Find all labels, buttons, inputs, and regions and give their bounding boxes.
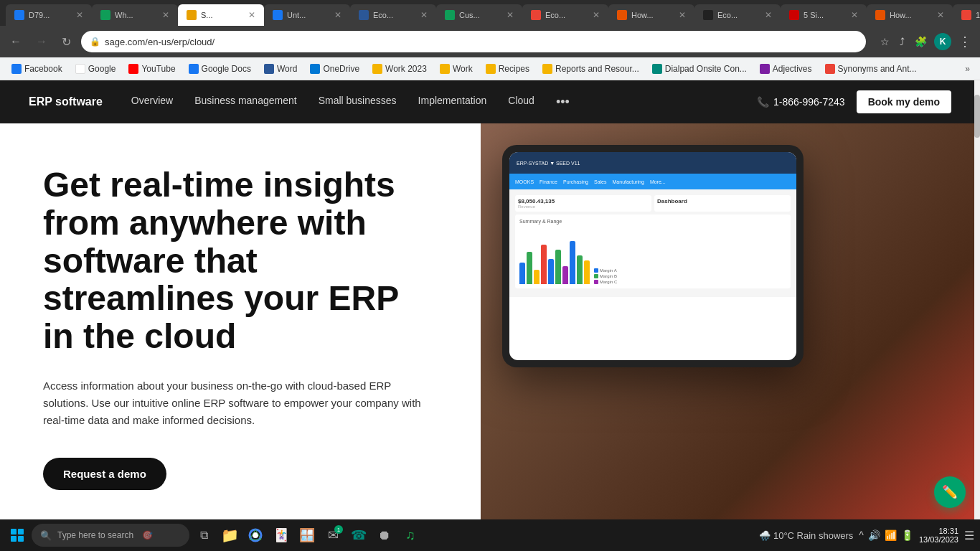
bookmark-youtube[interactable]: YouTube [123, 62, 181, 76]
tab-favicon-1 [14, 10, 24, 20]
request-demo-button[interactable]: Request a demo [43, 458, 166, 490]
tab-6[interactable]: Cus... ✕ [436, 4, 522, 26]
bookmark-facebook[interactable]: Facebook [6, 62, 68, 76]
chrome-button[interactable] [244, 524, 267, 547]
bookmark-work2023-label: Work 2023 [385, 64, 427, 74]
send-button[interactable]: ⤴ [897, 33, 908, 50]
bookmark-dialpad-label: Dialpad Onsite Con... [665, 64, 747, 74]
tab-8[interactable]: How... ✕ [608, 4, 694, 26]
notification-button[interactable]: ☰ [964, 529, 974, 542]
task-view-button[interactable]: ⧉ [192, 524, 215, 547]
forward-button[interactable]: → [32, 32, 52, 51]
clock[interactable]: 18:31 13/03/2023 [919, 527, 958, 544]
tab-close-1[interactable]: ✕ [76, 10, 83, 20]
bookmark-adjectives[interactable]: Adjectives [754, 62, 818, 76]
tab-title-3: S... [201, 11, 244, 19]
tab-close-5[interactable]: ✕ [420, 10, 428, 20]
navigation-bar: ← → ↻ 🔒 sage.com/en-us/erp/cloud/ ☆ ⤴ 🧩 … [0, 26, 980, 57]
bookmark-dialpad[interactable]: Dialpad Onsite Con... [646, 62, 753, 76]
bookmark-reports[interactable]: Reports and Resour... [537, 62, 645, 76]
tab-close-11[interactable]: ✕ [937, 10, 944, 20]
tab-1[interactable]: D79... ✕ [6, 4, 92, 26]
profile-button[interactable]: K [934, 33, 951, 50]
book-demo-button[interactable]: Book my demo [857, 90, 951, 113]
edit-fab[interactable]: ✏️ [934, 476, 966, 508]
bookmark-google-docs[interactable]: Google Docs [183, 62, 257, 76]
bookmark-work[interactable]: Work [434, 62, 479, 76]
nav-link-business[interactable]: Business management [194, 95, 296, 110]
tab-9[interactable]: Eco... ✕ [694, 4, 781, 26]
taskbar-right: 🌧️ 10°C Rain showers ^ 🔊 📶 🔋 18:31 13/03… [759, 527, 974, 544]
tab-favicon-8 [617, 10, 627, 20]
music-button[interactable]: ♫ [399, 524, 422, 547]
phone-number: 1-866-996-7243 [773, 96, 845, 108]
nav-link-small-biz[interactable]: Small businesses [319, 95, 397, 110]
start-button[interactable] [6, 524, 29, 547]
tab-close-7[interactable]: ✕ [593, 10, 600, 20]
tab-10[interactable]: 5 Si... ✕ [781, 4, 867, 26]
battery-icon[interactable]: 🔋 [901, 529, 913, 541]
file-explorer-button[interactable]: 📁 [218, 524, 241, 547]
tab-close-10[interactable]: ✕ [851, 10, 858, 20]
bookmark-onedrive[interactable]: OneDrive [304, 62, 365, 76]
network-icon[interactable]: 📶 [885, 529, 897, 541]
tab-close-3[interactable]: ✕ [248, 10, 255, 20]
reload-button[interactable]: ↻ [57, 32, 75, 52]
tab-title-11: How... [890, 11, 933, 19]
cards-app-button[interactable]: 🃏 [270, 524, 293, 547]
vpn-button[interactable]: ⏺ [373, 524, 396, 547]
phone-button[interactable]: ☎ [347, 524, 370, 547]
bookmark-google[interactable]: Google [70, 62, 122, 76]
tablet-screen: ERP-SYSTAD ▼ SEED V11 MOOKS Finance Purc… [509, 152, 796, 360]
bookmark-word[interactable]: Word [258, 62, 303, 76]
hero-title: Get real-time insights from anywhere wit… [43, 166, 438, 356]
tab-title-4: Unt... [287, 11, 330, 19]
nav-link-cloud[interactable]: Cloud [508, 95, 534, 110]
tab-4[interactable]: Unt... ✕ [264, 4, 350, 26]
store-button[interactable]: 🪟 [296, 524, 319, 547]
more-menu-button[interactable]: ⋮ [956, 31, 974, 52]
tab-title-12: 10 ... [976, 11, 980, 19]
bookmark-recipes[interactable]: Recipes [480, 62, 535, 76]
tab-title-8: How... [631, 11, 674, 19]
tab-12[interactable]: 10 ... ✕ [953, 4, 980, 26]
tab-title-2: Wh... [115, 11, 158, 19]
tab-close-4[interactable]: ✕ [334, 10, 341, 20]
address-bar[interactable]: 🔒 sage.com/en-us/erp/cloud/ [81, 31, 866, 52]
taskbar-search-bar[interactable]: 🔍 Type here to search 🎯 [32, 524, 189, 547]
back-button[interactable]: ← [6, 32, 26, 51]
recipes-icon [486, 64, 496, 74]
tab-close-6[interactable]: ✕ [507, 10, 514, 20]
speaker-icon[interactable]: 🔊 [868, 529, 880, 541]
google-docs-icon [189, 64, 199, 74]
tab-close-2[interactable]: ✕ [162, 10, 169, 20]
tab-close-8[interactable]: ✕ [679, 10, 686, 20]
bookmarks-more-button[interactable]: » [961, 62, 974, 76]
bookmark-google-label: Google [88, 64, 116, 74]
tab-7[interactable]: Eco... ✕ [522, 4, 608, 26]
tab-title-7: Eco... [545, 11, 588, 19]
tab-close-9[interactable]: ✕ [765, 10, 772, 20]
tab-favicon-6 [445, 10, 455, 20]
weather-widget[interactable]: 🌧️ 10°C Rain showers [759, 530, 853, 541]
windows-icon [11, 529, 24, 542]
nav-link-implementation[interactable]: Implementation [418, 95, 487, 110]
scrollbar-thumb[interactable] [974, 95, 980, 138]
bookmarks-bar: Facebook Google YouTube Google Docs Word… [0, 57, 980, 80]
chevron-up-icon[interactable]: ^ [859, 529, 864, 541]
tab-11[interactable]: How... ✕ [867, 4, 953, 26]
tab-2[interactable]: Wh... ✕ [92, 4, 178, 26]
nav-more-button[interactable]: ••• [556, 95, 570, 110]
mail-button[interactable]: ✉ 1 [321, 524, 344, 547]
nav-link-overview[interactable]: Overview [131, 95, 173, 110]
tab-5[interactable]: Eco... ✕ [350, 4, 436, 26]
bookmark-synonyms[interactable]: Synonyms and Ant... [819, 62, 923, 76]
phone-icon: 📞 [757, 96, 769, 108]
hero-section: Get real-time insights from anywhere wit… [0, 123, 980, 522]
scrollbar[interactable] [974, 80, 980, 522]
tab-3-active[interactable]: S... ✕ [178, 4, 264, 26]
extensions-button[interactable]: 🧩 [912, 33, 930, 50]
bookmark-work2023[interactable]: Work 2023 [367, 62, 433, 76]
website-content: ERP software Overview Business managemen… [0, 80, 980, 522]
bookmark-star-button[interactable]: ☆ [877, 33, 892, 50]
